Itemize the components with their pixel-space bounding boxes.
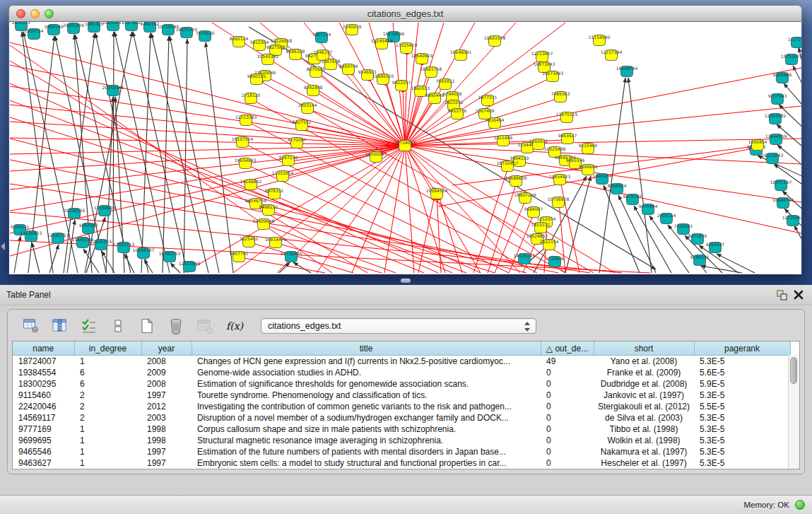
table-cell: 9777169 — [13, 424, 74, 435]
table-cell: Estimation of significance thresholds fo… — [192, 378, 541, 390]
column-header-name[interactable]: name — [13, 341, 74, 356]
table-row[interactable]: 2242004622012Investigating the contribut… — [13, 401, 790, 412]
network-canvas[interactable]: 2405572193915420691402069140610653251065… — [9, 22, 801, 274]
network-node-label: 10653257 — [102, 22, 124, 25]
network-node-label: 19166852 — [240, 179, 262, 184]
table-row[interactable]: 969969511998Structural magnetic resonanc… — [13, 435, 790, 446]
table-cell: 2003 — [141, 412, 192, 424]
network-edge — [794, 226, 801, 247]
table-cell: Jankovic et al. (1997) — [594, 390, 694, 401]
table-cell: 6 — [74, 378, 141, 390]
network-window-titlebar[interactable]: citations_edges.txt — [8, 5, 802, 22]
table-cell: 0 — [541, 412, 594, 424]
rows-icon[interactable] — [109, 317, 127, 335]
network-node-label: 12975115 — [556, 112, 578, 117]
table-cell: Embryonic stem cells: a model to study s… — [192, 457, 541, 469]
network-edge — [240, 257, 325, 273]
table-cell: 14569117 — [13, 412, 74, 424]
network-node-label: 17359924 — [94, 205, 116, 210]
network-node-label: 2067608 — [322, 59, 341, 64]
network-node-label: 10973493 — [542, 71, 564, 76]
column-header-pagerank[interactable]: pagerank — [694, 341, 790, 356]
table-cell: Estimation of the future numbers of pati… — [192, 446, 541, 457]
table-cell: 0 — [541, 401, 594, 412]
table-cell: Changes of HCN gene expression and I(f) … — [192, 356, 541, 368]
table-row[interactable]: 946554611997Estimation of the future num… — [13, 446, 790, 457]
table-row[interactable]: 946362711997Embryonic stem cells: a mode… — [13, 457, 790, 469]
network-node-label: 1939154 — [25, 28, 44, 33]
table-cell: 9115460 — [13, 390, 74, 401]
network-node-label: 8267130 — [279, 155, 298, 160]
table-cell: 2008 — [141, 356, 192, 368]
network-node-label: 11154540 — [589, 35, 611, 40]
network-node-label: 2405572 — [12, 22, 31, 25]
float-panel-icon[interactable] — [775, 288, 788, 301]
network-node-label: 5912954 — [250, 40, 269, 45]
table-row[interactable]: 1456911722003Disruption of a novel membe… — [13, 412, 790, 424]
row-check-icon[interactable] — [80, 317, 98, 335]
network-node-label: 6794028 — [443, 91, 462, 96]
table-scrollbar[interactable] — [788, 355, 799, 469]
splitter-collapse-icon[interactable] — [1, 243, 5, 250]
network-node-label: 9329966 — [773, 72, 792, 77]
close-panel-icon[interactable] — [792, 288, 805, 301]
table-cell: 0 — [541, 378, 594, 390]
table-row[interactable]: 1830029562008Estimation of significance … — [13, 378, 790, 390]
network-node-label: 8958924 — [608, 183, 627, 188]
network-edge — [437, 196, 441, 273]
network-node-label: 8498222 — [259, 204, 278, 209]
table-cell: Disruption of a novel member of a sodium… — [192, 412, 541, 424]
table-cell: 1 — [74, 457, 141, 469]
table-cell: 19384554 — [13, 367, 74, 378]
network-node-label: 14136141 — [514, 253, 536, 258]
network-node-label: 7832621 — [674, 223, 693, 228]
network-graph[interactable]: 2405572193915420691402069140610653251065… — [9, 22, 801, 274]
table-row[interactable]: 977716911998Corpus callosum shape and si… — [13, 424, 790, 435]
network-edge — [124, 254, 134, 273]
network-node-label: 1733426 — [546, 256, 565, 261]
network-node-label: 10756928 — [548, 197, 570, 201]
table-cell: Yano et al. (2008) — [594, 356, 694, 368]
table-cell: 5.3E-5 — [694, 435, 790, 446]
network-node-label: 6479197 — [623, 194, 642, 199]
column-header-in_degree[interactable]: in_degree — [74, 341, 141, 356]
column-header-title[interactable]: title — [192, 341, 541, 356]
delete-table-icon[interactable] — [167, 317, 185, 335]
network-node-label: 9457791 — [230, 251, 249, 256]
memory-status-icon — [795, 500, 805, 510]
network-node-label: 9453776 — [448, 108, 467, 113]
network-node-label: 1065325 — [85, 22, 104, 26]
column-header-short[interactable]: short — [594, 341, 694, 356]
table-cell: 0 — [541, 424, 594, 435]
table-row[interactable]: 1872400712008Changes of HCN gene express… — [13, 356, 790, 368]
table-cell: 5.3E-5 — [694, 390, 790, 401]
network-node-label: 15885520 — [372, 74, 394, 78]
splitter-grip[interactable] — [401, 279, 411, 283]
network-node-label: 18640910 — [411, 53, 433, 58]
table-cell: 2 — [74, 412, 141, 424]
network-node-label: 12942757 — [47, 233, 69, 238]
table-scrollbar-thumb[interactable] — [790, 357, 797, 384]
network-node-label: 8454749 — [339, 64, 358, 69]
function-builder-icon[interactable]: f(x) — [225, 317, 243, 335]
table-cell: 5.3E-5 — [694, 412, 790, 424]
table-cell: 5.3E-5 — [694, 424, 790, 435]
new-table-icon[interactable] — [138, 317, 156, 335]
table-row[interactable]: 911546021997Tourette syndrome. Phenomeno… — [13, 390, 790, 401]
import-table-icon — [196, 317, 214, 335]
network-node-label: 11156823 — [20, 230, 42, 235]
column-header-out_de[interactable]: △ out_de... — [541, 341, 594, 356]
network-edge — [151, 33, 208, 273]
show-columns-icon[interactable] — [51, 317, 69, 335]
network-edge — [717, 254, 755, 273]
network-node-label: 12245419 — [371, 38, 393, 43]
network-node-label: 9363337 — [706, 242, 725, 247]
combo-arrows-icon — [524, 321, 531, 332]
column-header-year[interactable]: year — [141, 341, 192, 356]
table-cell: 18724007 — [13, 356, 74, 368]
table-source-select[interactable]: citations_edges.txt — [261, 318, 536, 334]
network-node-label: 9890101 — [247, 74, 266, 78]
network-node-label: 8675685 — [307, 66, 326, 71]
table-settings-icon[interactable] — [22, 317, 40, 335]
table-row[interactable]: 1938455462009Genome-wide association stu… — [13, 367, 790, 378]
